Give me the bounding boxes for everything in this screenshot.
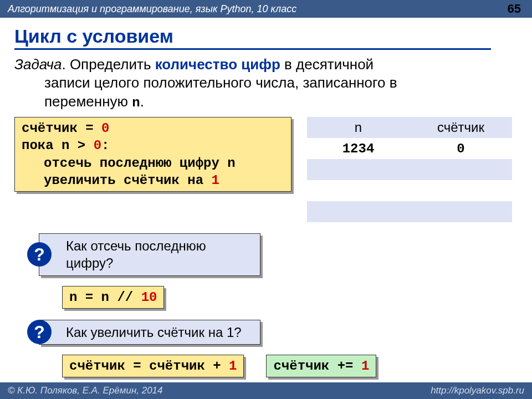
slide-footer: © К.Ю. Поляков, Е.А. Ерёмин, 2014 http:/… [0, 382, 532, 399]
task-highlight: количество цифр [155, 56, 280, 73]
code-cut-digit: n = n // 10 [62, 286, 164, 309]
question-2: ? Как увеличить счётчик на 1? [39, 320, 260, 345]
task-variable: n [132, 95, 140, 110]
copyright: © К.Ю. Поляков, Е.А. Ерёмин, 2014 [8, 385, 163, 396]
task-text: Задача. Определить количество цифр в дес… [0, 50, 532, 111]
trace-col-n: n [307, 117, 410, 138]
slide-header: Алгоритмизация и программирование, язык … [0, 0, 532, 18]
trace-table: nсчётчик 12340 [307, 117, 512, 222]
trace-cell [410, 201, 512, 222]
page-title: Цикл с условием [14, 25, 491, 50]
question-icon: ? [27, 242, 52, 267]
task-label: Задача [14, 56, 62, 73]
question-1: ? Как отсечь последнюю цифру? [39, 233, 260, 275]
pseudocode-box: счётчик = 0 пока n > 0: отсечь последнюю… [14, 117, 291, 192]
code-increment-long: счётчик = счётчик + 1 [62, 355, 244, 377]
trace-cell [410, 180, 512, 201]
trace-cell [307, 201, 410, 222]
trace-col-counter: счётчик [410, 117, 512, 138]
course-title: Алгоритмизация и программирование, язык … [8, 3, 296, 15]
trace-cell [410, 159, 512, 180]
trace-cell [307, 180, 410, 201]
trace-cell: 1234 [307, 138, 410, 159]
code-increment-short: счётчик += 1 [266, 355, 376, 377]
page-number: 65 [508, 2, 524, 16]
trace-cell [307, 159, 410, 180]
trace-cell: 0 [410, 138, 512, 159]
question-icon: ? [27, 320, 52, 344]
footer-url: http://kpolyakov.spb.ru [431, 385, 524, 396]
